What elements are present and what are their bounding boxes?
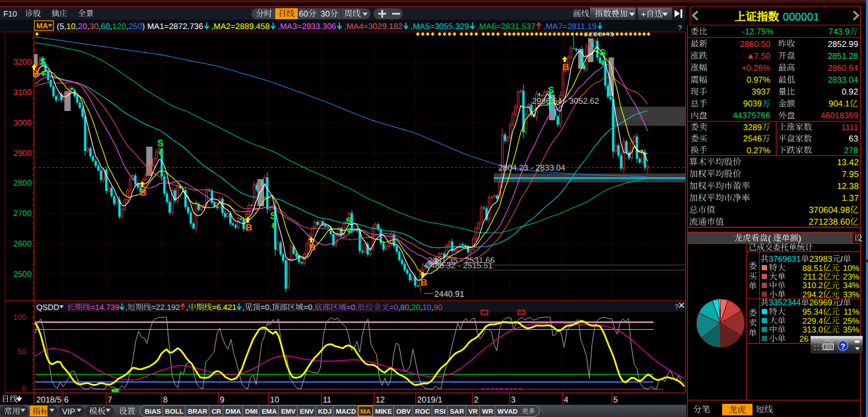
svg-text:120: 120 [112, 22, 126, 31]
svg-text:100: 100 [13, 313, 26, 322]
svg-text:3: 3 [511, 395, 516, 404]
svg-text:2546: 2546 [743, 133, 762, 143]
svg-text:30: 30 [89, 22, 98, 31]
svg-text:=0: =0 [261, 303, 270, 312]
svg-text:2018/5: 2018/5 [36, 395, 61, 404]
svg-text:60: 60 [101, 22, 110, 31]
svg-text:BOLL: BOLL [165, 408, 184, 416]
svg-text:2488.32 - 2515.51: 2488.32 - 2515.51 [426, 261, 493, 270]
svg-text:12: 12 [376, 395, 385, 404]
svg-text:=22.192: =22.192 [151, 303, 180, 312]
svg-text:/: / [840, 298, 843, 307]
svg-text:(: ( [768, 233, 771, 243]
svg-text:80: 80 [401, 303, 410, 312]
svg-text:313.0: 313.0 [803, 325, 823, 334]
svg-text:B: B [32, 68, 39, 79]
svg-text:DMI: DMI [245, 408, 257, 416]
svg-text:=6.421: =6.421 [212, 303, 236, 312]
svg-text:0.92: 0.92 [842, 87, 858, 96]
svg-text:2852.99: 2852.99 [828, 39, 858, 49]
svg-text:,: , [312, 303, 314, 312]
svg-text:MA: MA [360, 408, 372, 416]
svg-text:278: 278 [844, 145, 858, 155]
svg-text:88.51: 88.51 [803, 264, 823, 273]
svg-text:11: 11 [323, 395, 331, 404]
svg-text:271238.60: 271238.60 [809, 217, 850, 227]
svg-text:250: 250 [128, 22, 142, 31]
svg-text:11%: 11% [844, 307, 859, 317]
svg-text:26: 26 [799, 334, 809, 344]
svg-text:,MA2=2889.458: ,MA2=2889.458 [211, 22, 270, 31]
svg-text:2600: 2600 [13, 239, 32, 248]
svg-text:2851.28: 2851.28 [828, 51, 858, 61]
svg-text:7.50: 7.50 [754, 51, 770, 61]
svg-text:/: / [840, 254, 843, 264]
svg-text:0.27%: 0.27% [747, 145, 770, 155]
svg-text:DMA: DMA [226, 408, 242, 416]
svg-text:10: 10 [422, 303, 432, 312]
svg-text:S: S [270, 210, 276, 221]
svg-text:B: B [309, 242, 316, 252]
svg-text:?: ? [675, 303, 679, 311]
svg-text:2: 2 [474, 395, 479, 404]
svg-text:2833.04: 2833.04 [828, 75, 858, 85]
svg-text:S: S [346, 215, 352, 226]
svg-text:B: B [246, 222, 252, 233]
svg-text:WR: WR [482, 408, 494, 416]
svg-text:46018369: 46018369 [820, 110, 858, 120]
svg-text:,: , [269, 303, 271, 312]
svg-text:,MA4=3029.182: ,MA4=3029.182 [344, 22, 403, 31]
svg-text:2860.64: 2860.64 [828, 63, 858, 73]
svg-text:3937: 3937 [752, 87, 770, 96]
svg-text:S: S [548, 85, 554, 95]
svg-text:3352344: 3352344 [769, 298, 801, 307]
svg-text:10%: 10% [843, 264, 859, 273]
svg-text:13.42: 13.42 [837, 157, 859, 167]
svg-text:): ) [799, 233, 801, 243]
svg-text:B: B [562, 61, 569, 72]
svg-text:B: B [420, 277, 427, 287]
svg-text:EMA: EMA [262, 408, 277, 416]
svg-text:6: 6 [64, 395, 69, 404]
svg-text:SAR: SAR [450, 408, 465, 416]
svg-text:S: S [157, 137, 163, 148]
svg-text:=14.739: =14.739 [90, 303, 119, 312]
svg-text:2700: 2700 [13, 209, 32, 218]
svg-text:2900: 2900 [13, 149, 32, 158]
svg-text:+: + [641, 9, 646, 19]
svg-text:3000: 3000 [13, 118, 32, 128]
svg-text:1.37: 1.37 [842, 193, 859, 203]
svg-text:10: 10 [270, 395, 279, 404]
svg-text:20: 20 [78, 22, 87, 31]
svg-text:S: S [599, 47, 605, 57]
svg-text:23%: 23% [843, 272, 859, 282]
svg-text:MA1=2872.736: MA1=2872.736 [147, 22, 203, 31]
svg-text:=0: =0 [347, 303, 356, 312]
svg-text:9039: 9039 [743, 98, 762, 108]
svg-text:3769631: 3769631 [769, 254, 801, 264]
svg-text:63: 63 [849, 133, 858, 143]
svg-text:4: 4 [564, 395, 568, 404]
svg-text:34%: 34% [843, 281, 859, 290]
svg-text:=0: =0 [304, 303, 313, 312]
svg-text:1111: 1111 [842, 122, 859, 132]
svg-text:CR: CR [211, 408, 221, 416]
svg-text:QSDD: QSDD [36, 303, 59, 312]
svg-text:?: ? [678, 24, 682, 32]
svg-text:26969: 26969 [809, 298, 832, 307]
svg-text:8: 8 [163, 395, 168, 404]
svg-text:,: , [242, 303, 244, 312]
svg-text:5: 5 [613, 395, 618, 404]
svg-text:000001: 000001 [783, 11, 819, 23]
svg-text:,: , [186, 303, 188, 312]
svg-text:23983: 23983 [809, 254, 832, 264]
svg-text:3289: 3289 [743, 122, 762, 132]
svg-text:,: , [355, 303, 357, 312]
svg-text:7.95: 7.95 [842, 169, 859, 179]
svg-text:7: 7 [108, 395, 112, 404]
svg-text:WVAD: WVAD [498, 408, 518, 416]
svg-text:MA: MA [36, 22, 48, 30]
svg-text:BRAR: BRAR [187, 408, 207, 416]
svg-text:33%: 33% [843, 290, 859, 299]
svg-text:3100: 3100 [13, 88, 32, 97]
